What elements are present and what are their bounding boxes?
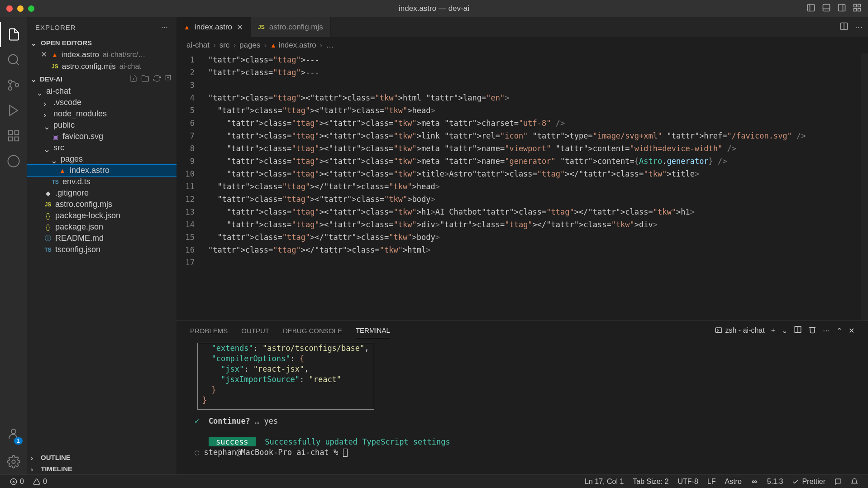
tree-file[interactable]: ⓘREADME.md xyxy=(27,233,176,244)
svg-rect-0 xyxy=(808,4,815,11)
open-editor-item[interactable]: JS astro.config.mjs ai-chat xyxy=(27,61,176,72)
file-icon: {} xyxy=(43,224,52,231)
collapse-all-icon[interactable] xyxy=(165,74,173,84)
tree-file[interactable]: TSenv.d.ts xyxy=(27,176,176,187)
breadcrumb-item[interactable]: src xyxy=(219,41,230,50)
kill-terminal-icon[interactable] xyxy=(808,325,816,335)
new-terminal-icon[interactable]: + xyxy=(771,326,775,335)
settings-gear-icon[interactable] xyxy=(0,449,27,474)
split-editor-icon[interactable] xyxy=(839,22,849,33)
breadcrumb-item[interactable]: ai-chat xyxy=(186,41,210,50)
terminal-profile[interactable]: zsh - ai-chat xyxy=(715,326,765,335)
explorer-icon[interactable] xyxy=(0,22,27,47)
maximize-panel-icon[interactable]: ⌃ xyxy=(836,326,842,335)
code-editor[interactable]: 1234567891011121314151617 "tattr">class=… xyxy=(176,53,868,321)
svg-rect-16 xyxy=(9,131,13,135)
status-eol[interactable]: LF xyxy=(703,478,720,486)
tree-folder[interactable]: public xyxy=(27,120,176,131)
split-terminal-icon[interactable] xyxy=(794,325,802,335)
tree-file[interactable]: {}package-lock.json xyxy=(27,210,176,221)
customize-layout-icon[interactable] xyxy=(853,3,862,14)
panel-tab-problems[interactable]: PROBLEMS xyxy=(190,323,228,338)
tree-folder[interactable]: ai-chat xyxy=(27,86,176,97)
status-tabsize[interactable]: Tab Size: 2 xyxy=(628,478,673,486)
status-language[interactable]: Astro xyxy=(720,478,746,486)
toggle-primary-sidebar-icon[interactable] xyxy=(806,3,816,14)
tree-folder[interactable]: src xyxy=(27,142,176,153)
refresh-icon[interactable] xyxy=(153,74,161,84)
open-editor-item[interactable]: ✕ ▲ index.astro ai-chat/src/… xyxy=(27,48,176,61)
remote-icon[interactable] xyxy=(0,148,27,174)
status-warnings[interactable]: 0 xyxy=(29,478,52,486)
sidebar-more-icon[interactable]: ⋯ xyxy=(161,23,168,31)
close-tab-icon[interactable]: ✕ xyxy=(237,23,243,32)
svg-point-35 xyxy=(752,481,754,483)
breadcrumb-item[interactable]: ▲ index.astro xyxy=(270,41,316,50)
svg-line-11 xyxy=(16,62,19,65)
search-icon[interactable] xyxy=(0,47,27,72)
outline-header[interactable]: OUTLINE xyxy=(27,452,176,463)
toggle-panel-icon[interactable] xyxy=(822,3,831,14)
new-file-icon[interactable] xyxy=(129,74,138,84)
editor-tab[interactable]: ▲index.astro✕ xyxy=(176,17,251,37)
maximize-window[interactable] xyxy=(28,5,34,12)
tree-folder[interactable]: node_modules xyxy=(27,108,176,120)
svg-rect-19 xyxy=(15,137,19,141)
close-panel-icon[interactable]: ✕ xyxy=(849,326,854,335)
run-debug-icon[interactable] xyxy=(0,98,27,123)
project-header[interactable]: DEV-AI xyxy=(27,72,176,86)
statusbar: 0 0 Ln 17, Col 1 Tab Size: 2 UTF-8 LF As… xyxy=(0,474,868,488)
panel-more-icon[interactable]: ⋯ xyxy=(823,326,830,335)
tree-folder[interactable]: .vscode xyxy=(27,97,176,108)
svg-rect-6 xyxy=(854,4,857,7)
tree-folder[interactable]: pages xyxy=(27,153,176,165)
editor-tab[interactable]: JSastro.config.mjs xyxy=(251,17,331,37)
close-window[interactable] xyxy=(6,5,13,12)
status-cursor[interactable]: Ln 17, Col 1 xyxy=(580,478,628,486)
close-editor-icon[interactable]: ✕ xyxy=(41,50,48,59)
chevron-down-icon xyxy=(51,156,58,163)
status-errors[interactable]: 0 xyxy=(5,478,29,486)
svg-rect-7 xyxy=(858,4,861,7)
svg-rect-4 xyxy=(839,4,845,11)
timeline-header[interactable]: TIMELINE xyxy=(27,463,176,474)
status-version[interactable]: 5.1.3 xyxy=(763,478,788,486)
status-encoding[interactable]: UTF-8 xyxy=(673,478,702,486)
svg-rect-17 xyxy=(15,131,19,135)
tab-more-icon[interactable]: ⋯ xyxy=(855,23,863,32)
bottom-panel: PROBLEMSOUTPUTDEBUG CONSOLETERMINAL zsh … xyxy=(176,321,868,474)
svg-point-22 xyxy=(12,460,15,464)
status-feedback-icon[interactable] xyxy=(830,478,846,486)
minimize-window[interactable] xyxy=(17,5,24,12)
tree-file[interactable]: ▲index.astro xyxy=(27,165,176,176)
breadcrumb[interactable]: ai-chat›src›pages›▲ index.astro›… xyxy=(176,37,868,53)
terminal[interactable]: "extends": "astro/tsconfigs/base", "comp… xyxy=(176,340,868,474)
open-editors-header[interactable]: OPEN EDITORS xyxy=(27,37,176,48)
accounts-badge: 1 xyxy=(14,437,23,445)
panel-tab-debug-console[interactable]: DEBUG CONSOLE xyxy=(283,323,342,338)
source-control-icon[interactable] xyxy=(0,72,27,98)
extensions-icon[interactable] xyxy=(0,123,27,148)
status-copilot-icon[interactable] xyxy=(746,478,763,486)
tree-file[interactable]: JSastro.config.mjs xyxy=(27,199,176,210)
tree-file[interactable]: ▣favicon.svg xyxy=(27,131,176,142)
panel-tab-output[interactable]: OUTPUT xyxy=(241,323,269,338)
tree-file[interactable]: {}package.json xyxy=(27,221,176,233)
file-icon: TS xyxy=(43,247,52,253)
accounts-icon[interactable]: 1 xyxy=(0,421,27,446)
terminal-dropdown-icon[interactable]: ⌄ xyxy=(782,326,787,335)
breadcrumb-item[interactable]: … xyxy=(326,41,334,50)
status-bell-icon[interactable] xyxy=(846,478,863,486)
sidebar: EXPLORER ⋯ OPEN EDITORS ✕ ▲ index.astro … xyxy=(27,17,176,474)
status-prettier[interactable]: Prettier xyxy=(787,478,830,486)
breadcrumb-item[interactable]: pages xyxy=(239,41,260,50)
toggle-secondary-sidebar-icon[interactable] xyxy=(837,3,846,14)
panel-tab-terminal[interactable]: TERMINAL xyxy=(356,323,390,338)
new-folder-icon[interactable] xyxy=(141,74,149,84)
tree-file[interactable]: ◆.gitignore xyxy=(27,187,176,199)
file-icon: {} xyxy=(43,212,52,220)
svg-point-36 xyxy=(754,481,756,483)
chevron-down-icon xyxy=(43,122,51,129)
minimap[interactable] xyxy=(861,53,868,321)
tree-file[interactable]: TStsconfig.json xyxy=(27,244,176,255)
